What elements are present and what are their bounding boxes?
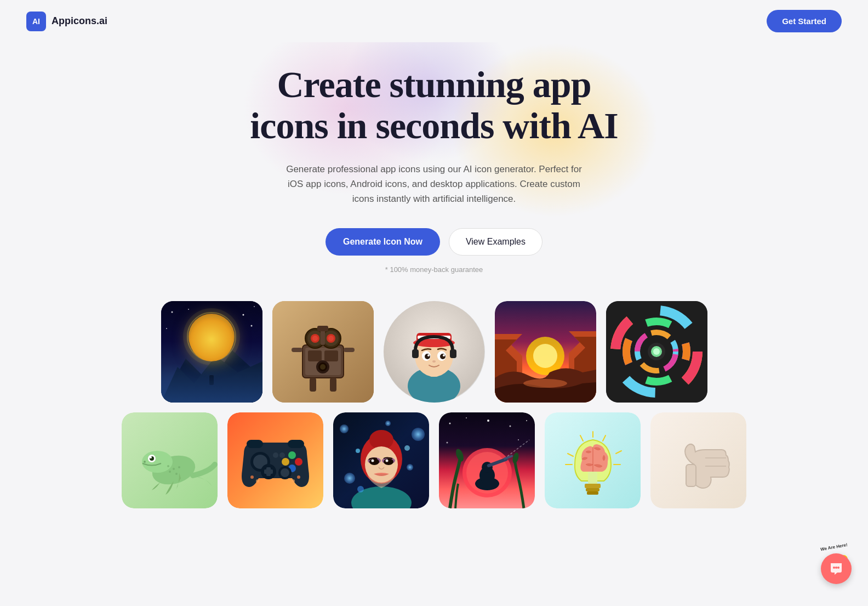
svg-rect-51 [412,349,419,358]
svg-rect-139 [585,484,601,488]
icon-gaming-controller[interactable] [227,412,323,508]
hero-section: Create stunning app icons in seconds wit… [0,42,868,301]
icon-brain-bulb[interactable] [545,412,641,508]
icon-color-spiral[interactable] [606,301,707,403]
svg-rect-52 [450,349,456,358]
svg-rect-33 [310,378,316,392]
icon-lizard[interactable] [122,412,218,508]
svg-point-9 [242,314,244,316]
svg-point-117 [386,460,389,462]
svg-rect-31 [292,348,302,352]
svg-rect-95 [288,440,304,448]
svg-point-125 [510,426,511,427]
svg-point-124 [487,420,489,422]
svg-rect-91 [264,469,273,474]
svg-rect-16 [308,350,322,361]
svg-point-103 [340,424,349,433]
icon-moon-scene[interactable] [161,301,262,403]
chat-button[interactable] [821,553,852,584]
svg-rect-153 [686,465,696,486]
svg-point-79 [178,466,180,468]
svg-point-161 [837,567,840,569]
logo-text: Appicons.ai [52,15,107,27]
icon-canyon-sunset[interactable] [495,301,596,403]
svg-rect-17 [324,350,338,361]
svg-point-77 [167,465,169,467]
logo-icon: AI [26,12,46,31]
svg-point-69 [653,348,660,355]
hero-subtitle: Generate professional app icons using ou… [281,162,587,207]
guarantee-text: * 100% money-back guarantee [11,265,857,274]
svg-rect-6 [209,375,214,385]
svg-point-120 [357,486,364,492]
svg-rect-94 [247,440,263,448]
generate-icon-button[interactable]: Generate Icon Now [326,228,440,256]
svg-point-49 [443,354,445,356]
svg-point-72 [142,451,173,473]
svg-point-119 [404,445,410,451]
svg-point-96 [273,452,278,458]
svg-point-50 [432,360,436,363]
svg-point-55 [533,344,557,368]
svg-point-97 [279,452,285,458]
svg-point-10 [254,306,255,307]
logo-area: AI Appicons.ai [26,12,107,31]
svg-point-85 [288,451,296,459]
svg-point-48 [427,354,430,356]
svg-rect-141 [587,491,598,495]
svg-point-47 [440,354,446,359]
svg-point-25 [328,336,334,341]
svg-point-21 [312,336,318,341]
svg-point-8 [188,309,189,310]
svg-point-99 [256,479,259,483]
svg-point-98 [250,475,254,479]
icon-robot-machine[interactable] [272,301,374,403]
svg-point-122 [449,423,451,424]
svg-point-116 [372,460,374,462]
svg-point-93 [281,468,289,477]
icon-telescope-user[interactable] [439,412,535,508]
svg-point-101 [292,479,295,483]
navbar: AI Appicons.ai Get Started [0,0,868,42]
svg-point-12 [250,325,252,327]
view-examples-button[interactable]: View Examples [449,228,542,256]
hero-title: Create stunning app icons in seconds wit… [215,64,653,146]
svg-point-127 [447,442,448,444]
svg-rect-32 [344,348,355,352]
svg-point-160 [835,567,837,569]
svg-point-144 [572,440,614,482]
svg-point-100 [297,475,300,479]
icon-woman-portrait[interactable] [333,412,429,508]
svg-point-114 [369,458,379,465]
get-started-button[interactable]: Get Started [767,10,842,32]
svg-point-128 [518,439,519,440]
icon-gallery [0,301,868,508]
svg-point-159 [833,567,835,569]
svg-point-30 [320,364,326,370]
svg-text:We Are Here!: We Are Here! [820,542,848,552]
svg-rect-34 [330,378,336,392]
hero-buttons: Generate Icon Now View Examples [11,228,857,256]
svg-point-107 [385,421,391,426]
svg-point-105 [407,464,413,471]
svg-point-7 [171,312,173,313]
svg-point-76 [144,461,146,463]
svg-point-75 [150,456,152,458]
svg-point-46 [425,354,430,359]
gallery-row-1 [33,301,835,403]
svg-point-78 [173,468,175,470]
svg-point-56 [523,379,567,388]
svg-point-115 [384,458,393,465]
svg-point-88 [282,458,289,466]
svg-point-11 [166,328,167,329]
svg-point-118 [356,449,360,453]
svg-point-126 [526,420,527,421]
svg-point-106 [344,473,355,484]
icon-placeholder-thumb[interactable] [650,412,746,508]
icon-anime-character[interactable] [384,301,485,403]
svg-point-104 [412,428,425,441]
svg-point-81 [175,473,178,475]
svg-rect-27 [317,326,328,331]
gallery-row-2 [33,412,835,508]
svg-point-123 [466,417,467,418]
